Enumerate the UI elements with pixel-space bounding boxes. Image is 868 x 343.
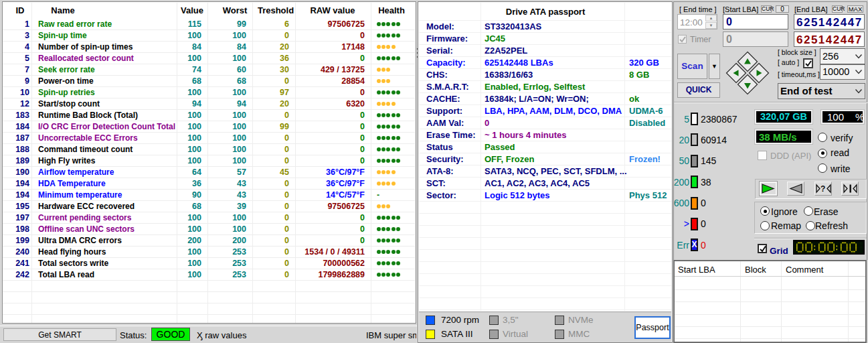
svg-text:?: ? — [820, 184, 825, 194]
